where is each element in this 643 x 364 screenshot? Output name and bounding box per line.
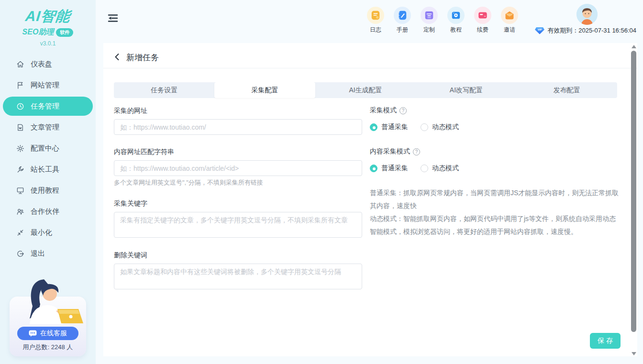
- scrollbar-thumb[interactable]: [631, 51, 636, 332]
- flag-icon: [16, 81, 24, 89]
- quick-link-renew[interactable]: 续费: [474, 7, 492, 34]
- collect-keywords-textarea[interactable]: [114, 212, 362, 238]
- logo-subtitle: SEO助理: [22, 27, 54, 37]
- sidebar-item-label: 文章管理: [31, 123, 59, 132]
- collect-mode-normal-radio[interactable]: 普通采集: [370, 123, 408, 132]
- tab-ai-rewrite-config[interactable]: AI改写配置: [416, 82, 516, 98]
- collect-url-label: 采集的网址: [114, 107, 147, 115]
- radio-icon: [421, 123, 428, 131]
- vip-diamond-icon: VIP: [535, 27, 544, 34]
- save-button[interactable]: 保存: [590, 333, 621, 349]
- mode-description-line1: 普通采集：抓取原网页常规内容，当网页需调用JS才能显示内容时，则无法正常抓取其内…: [370, 187, 621, 212]
- sidebar-item-label: 仪表盘: [31, 60, 52, 69]
- sidebar-item-label: 退出: [31, 249, 45, 258]
- delete-keywords-textarea[interactable]: [114, 264, 362, 289]
- back-icon[interactable]: [113, 53, 122, 61]
- quick-link-invite[interactable]: 邀请: [500, 7, 519, 34]
- sidebar-item-label: 配置中心: [31, 144, 59, 153]
- radio-label: 动态模式: [432, 164, 459, 173]
- content-collect-mode-label: 内容采集模式 ?: [370, 147, 420, 156]
- quick-link-custom[interactable]: 定制: [420, 7, 438, 34]
- collect-url-input[interactable]: [114, 119, 362, 135]
- logo-title: AI智能: [0, 7, 97, 26]
- sidebar-item-websites[interactable]: 网站管理: [3, 76, 93, 95]
- app-logo: AI智能 SEO助理 软件 v3.0.1: [0, 0, 96, 47]
- sidebar-item-webmaster-tools[interactable]: 站长工具: [3, 160, 93, 179]
- tab-collect-config[interactable]: 采集配置: [214, 82, 315, 98]
- content-collect-mode-normal-radio[interactable]: 普通采集: [370, 164, 408, 173]
- collapse-sidebar-icon[interactable]: [108, 13, 118, 23]
- sidebar-item-label: 任务管理: [31, 102, 59, 111]
- vip-status: VIP 有效期到：2025-07-31 16:56:04: [535, 26, 636, 35]
- radio-icon: [421, 165, 428, 172]
- invite-icon: [504, 10, 515, 21]
- collect-mode-radios: 普通采集 动态模式: [370, 123, 459, 132]
- sidebar-item-articles[interactable]: 文章管理: [3, 118, 93, 137]
- sidebar: AI智能 SEO助理 软件 v3.0.1 仪表盘 网站管理 任务管理 文章管理 …: [0, 0, 96, 364]
- document-icon: [16, 123, 24, 132]
- scrollbar-up-arrow[interactable]: [632, 45, 636, 48]
- wrench-icon: [16, 165, 24, 174]
- scrollbar-down-arrow[interactable]: [632, 352, 636, 355]
- content-panel: 新增任务 任务设置 采集配置 AI生成配置 AI改写配置 发布配置 采集的网址 …: [103, 43, 637, 356]
- collect-mode-dynamic-radio[interactable]: 动态模式: [421, 123, 459, 132]
- sidebar-item-label: 合作伙伴: [31, 207, 59, 216]
- quick-link-label: 手册: [393, 26, 411, 34]
- sidebar-item-tasks[interactable]: 任务管理: [3, 97, 93, 116]
- collect-keywords-label: 采集关键字: [114, 199, 147, 208]
- sidebar-item-label: 使用教程: [31, 186, 59, 195]
- radio-label: 普通采集: [381, 123, 408, 132]
- help-icon[interactable]: ?: [413, 148, 420, 155]
- logout-icon: [16, 250, 24, 258]
- scrollbar[interactable]: [631, 44, 637, 356]
- tutorial-icon: [451, 10, 461, 21]
- partners-icon: [16, 208, 24, 216]
- clock-icon: [16, 102, 24, 110]
- radio-icon: [370, 123, 377, 131]
- top-header: 日志 手册 定制: [96, 0, 643, 43]
- content-url-match-hint: 多个文章网址用英文逗号","分隔，不填则采集所有链接: [114, 178, 263, 187]
- sidebar-item-config[interactable]: 配置中心: [3, 139, 93, 158]
- minimize-icon: [16, 229, 24, 237]
- online-support-button[interactable]: 在线客服: [17, 327, 78, 340]
- divider: [103, 68, 637, 68]
- sidebar-item-logout[interactable]: 退出: [3, 244, 93, 263]
- tab-task-settings[interactable]: 任务设置: [114, 82, 214, 98]
- user-count: 用户总数: 2248 人: [0, 343, 96, 352]
- delete-keywords-label: 删除关键词: [114, 251, 147, 260]
- radio-label: 动态模式: [432, 123, 459, 132]
- page-title: 新增任务: [126, 52, 159, 63]
- sidebar-item-minimize[interactable]: 最小化: [3, 223, 93, 242]
- tab-ai-generate-config[interactable]: AI生成配置: [315, 82, 416, 98]
- radio-icon: [370, 165, 377, 172]
- logo-badge: 软件: [56, 28, 73, 37]
- avatar-illustration: [576, 4, 598, 25]
- sidebar-item-label: 网站管理: [31, 81, 59, 90]
- content-collect-mode-dynamic-radio[interactable]: 动态模式: [421, 164, 459, 173]
- gear-icon: [16, 144, 24, 153]
- content-url-match-label: 内容网址匹配字符串: [114, 148, 174, 156]
- tab-bar: 任务设置 采集配置 AI生成配置 AI改写配置 发布配置: [114, 82, 617, 98]
- sidebar-item-dashboard[interactable]: 仪表盘: [3, 55, 93, 74]
- content-collect-mode-label-text: 内容采集模式: [370, 147, 410, 156]
- vip-validity: 有效期到：2025-07-31 16:56:04: [547, 26, 636, 35]
- user-avatar[interactable]: [576, 4, 598, 25]
- sidebar-item-partners[interactable]: 合作伙伴: [3, 202, 93, 221]
- quick-link-label: 教程: [447, 26, 465, 34]
- quick-link-logs[interactable]: 日志: [366, 7, 385, 34]
- tab-publish-config[interactable]: 发布配置: [517, 82, 617, 98]
- manual-icon: [397, 10, 408, 21]
- quick-links: 日志 手册 定制: [366, 7, 519, 34]
- monitor-icon: [16, 187, 24, 195]
- customer-service-illustration: [11, 276, 85, 330]
- help-icon[interactable]: ?: [399, 107, 407, 114]
- collect-mode-label: 采集模式 ?: [370, 106, 407, 115]
- svg-text:VIP: VIP: [538, 28, 542, 31]
- mode-description: 普通采集：抓取原网页常规内容，当网页需调用JS才能显示内容时，则无法正常抓取其内…: [370, 187, 621, 238]
- content-url-match-input[interactable]: [114, 160, 362, 176]
- log-icon: [370, 10, 381, 21]
- quick-link-tutorials[interactable]: 教程: [447, 7, 465, 34]
- sidebar-item-tutorial[interactable]: 使用教程: [3, 181, 93, 200]
- quick-link-manual[interactable]: 手册: [393, 7, 411, 34]
- app-version: v3.0.1: [0, 40, 96, 47]
